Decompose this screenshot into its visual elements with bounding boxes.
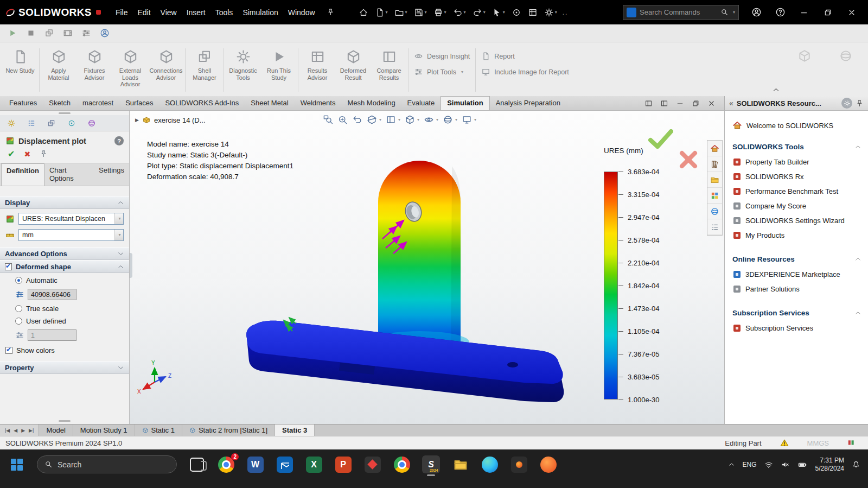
menu-file[interactable]: File	[111, 5, 133, 20]
study-tab-model[interactable]: Model	[39, 424, 73, 436]
section-deformed-shape[interactable]: ✔ Deformed shape	[0, 260, 129, 273]
design-insight-button[interactable]: Design Insight	[414, 52, 470, 61]
orange-browser-icon[interactable]	[539, 455, 557, 473]
previous-tab-button[interactable]: ◀	[12, 428, 18, 433]
tab-features[interactable]: Features	[3, 97, 43, 110]
redo-button[interactable]: ▾	[469, 8, 489, 17]
study-tab-motion-study-1[interactable]: Motion Study 1	[73, 424, 135, 436]
deformed-result-button[interactable]: Deformed Result	[335, 44, 371, 96]
tab-mesh-modeling[interactable]: Mesh Modeling	[341, 97, 401, 110]
tab-sheet-metal[interactable]: Sheet Metal	[245, 97, 294, 110]
taskbar-clock[interactable]: 7:31 PM 5/28/2024	[815, 457, 844, 473]
report-button[interactable]: Report	[481, 52, 569, 61]
link-subscription-services[interactable]: Subscription Services	[732, 321, 861, 335]
dev-app-icon[interactable]	[510, 455, 528, 473]
link-partner-solutions[interactable]: Partner Solutions	[732, 282, 861, 296]
user-scale-input[interactable]: 1	[28, 329, 76, 341]
dimxpert-manager-tab-icon[interactable]	[47, 119, 56, 128]
custom-properties-icon[interactable]	[707, 219, 722, 235]
compare-results-button[interactable]: Compare Results	[371, 44, 407, 96]
external-loads-advisor-button[interactable]: External Loads Advisor	[112, 44, 148, 96]
menu-tools[interactable]: Tools	[210, 5, 238, 20]
help-icon[interactable]	[769, 4, 791, 21]
select-button[interactable]: ▾	[489, 8, 508, 17]
display-style-icon[interactable]: ▾	[424, 115, 438, 125]
link-property-tab-builder[interactable]: Property Tab Builder	[732, 155, 861, 169]
help-icon[interactable]: ?	[114, 136, 124, 145]
appearances-tab-icon[interactable]	[87, 119, 96, 128]
configuration-manager-tab-icon[interactable]	[27, 119, 36, 128]
last-tab-button[interactable]: ▶|	[28, 428, 35, 433]
print-button[interactable]: ▾	[430, 8, 450, 17]
stop-macro-icon[interactable]	[26, 28, 36, 38]
graphics-area[interactable]: X Y Z ▶ exercise 14 (D... ▾ ▾ ▾ ▾ ▾ ▾	[130, 111, 724, 424]
confirm-ok-icon[interactable]	[648, 129, 673, 151]
tab-simulation[interactable]: Simulation	[441, 96, 489, 110]
undo-button[interactable]: ▾	[450, 8, 469, 17]
doc-close-icon[interactable]	[707, 99, 716, 107]
radio-unselected[interactable]	[15, 318, 22, 325]
appearance-icon[interactable]: ▾	[443, 115, 457, 125]
tab-evaluate[interactable]: Evaluate	[401, 97, 441, 110]
pane-right-icon[interactable]	[660, 99, 668, 107]
previous-view-icon[interactable]	[352, 115, 362, 125]
new-macro-icon[interactable]	[44, 28, 54, 38]
units-dropdown[interactable]: mm ▾	[18, 229, 124, 241]
task-pane-pin-icon[interactable]	[856, 99, 864, 107]
next-tab-button[interactable]: ▶	[20, 428, 26, 433]
tab-weldments[interactable]: Weldments	[295, 97, 342, 110]
welcome-link[interactable]: Welcome to SOLIDWORKS	[732, 116, 861, 138]
minimize-button[interactable]	[793, 4, 815, 21]
units-selector[interactable]: MMGS	[807, 439, 829, 447]
radio-unselected[interactable]	[15, 305, 22, 312]
results-advisor-button[interactable]: Results Advisor	[299, 44, 335, 96]
confirm-cancel-icon[interactable]	[679, 150, 698, 172]
browser-badge-icon[interactable]: 2	[217, 455, 235, 473]
panel-grip[interactable]	[130, 253, 132, 278]
account-icon[interactable]	[745, 4, 767, 21]
caret-down-icon[interactable]: ▾	[733, 10, 735, 15]
fixtures-advisor-button[interactable]: Fixtures Advisor	[76, 44, 112, 96]
volume-muted-icon[interactable]	[781, 460, 789, 469]
menu-edit[interactable]: Edit	[132, 5, 155, 20]
excel-icon[interactable]: X	[305, 455, 323, 473]
chrome-icon[interactable]	[393, 455, 411, 473]
result-component-dropdown[interactable]: URES: Resultant Displacen ▾	[18, 213, 124, 225]
feature-tree-flyout[interactable]: ▶ exercise 14 (D...	[135, 116, 206, 124]
section-property[interactable]: Property	[0, 361, 129, 374]
wifi-icon[interactable]	[764, 460, 773, 469]
resources-home-icon[interactable]	[707, 141, 722, 156]
view-orientation-icon[interactable]: ▾	[405, 115, 419, 125]
powerpoint-icon[interactable]: P	[334, 455, 352, 473]
restore-button[interactable]	[817, 4, 839, 21]
section-online-resources[interactable]: Online Resources	[732, 250, 861, 267]
diagnostic-tools-button[interactable]: Diagnostic Tools	[225, 44, 261, 96]
apply-material-button[interactable]: Apply Material	[41, 44, 76, 96]
deformed-shape-checkbox[interactable]: ✔	[5, 263, 12, 270]
tab-surfaces[interactable]: Surfaces	[119, 97, 159, 110]
doc-restore-icon[interactable]	[692, 99, 700, 107]
link-my-products[interactable]: My Products	[732, 228, 861, 243]
design-library-icon[interactable]	[707, 156, 722, 172]
notifications-icon[interactable]	[852, 460, 860, 469]
link-3dexperience-marketplace[interactable]: 3DEXPERIENCE Marketplace	[732, 267, 861, 282]
display-manager-tab-icon[interactable]	[67, 119, 76, 128]
menu-view[interactable]: View	[156, 5, 182, 20]
show-colors-option[interactable]: ✔ Show colors	[0, 342, 129, 356]
zoom-fit-icon[interactable]	[323, 115, 333, 125]
new-study-button[interactable]: New Study	[2, 44, 38, 96]
study-tab-static-2[interactable]: Static 2 from [Static 1]	[182, 424, 275, 436]
tab-macrotest[interactable]: macrotest	[76, 97, 119, 110]
section-advanced-options[interactable]: Advanced Options	[0, 247, 129, 260]
pane-left-icon[interactable]	[644, 99, 653, 107]
annotations-icon[interactable]: ▾	[386, 115, 400, 125]
first-tab-button[interactable]: |◀	[4, 428, 11, 433]
red-diamond-app-icon[interactable]	[363, 455, 381, 473]
rebuild-button[interactable]	[508, 8, 525, 17]
cancel-button[interactable]: ✖	[24, 150, 30, 159]
tab-sketch[interactable]: Sketch	[43, 97, 76, 110]
status-tag-icon[interactable]	[847, 439, 855, 447]
shell-manager-button[interactable]: Shell Manager	[187, 44, 222, 96]
outlook-icon[interactable]	[276, 455, 293, 473]
ok-button[interactable]: ✔	[8, 149, 15, 159]
